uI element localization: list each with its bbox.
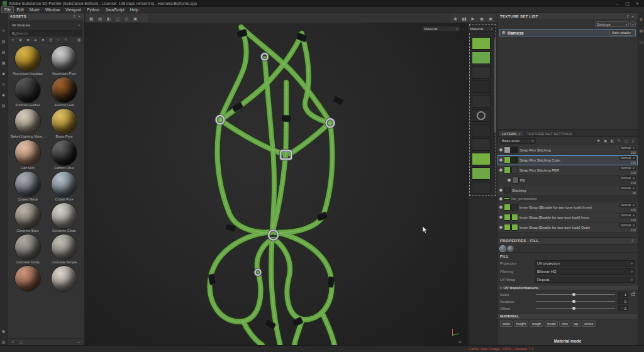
assets-info-icon[interactable]: ▢ (18, 339, 24, 345)
brush-mode-icon[interactable] (508, 246, 513, 251)
layer-visibility-eye-icon[interactable] (499, 197, 502, 201)
slider-track[interactable] (536, 308, 615, 309)
camera-rotate-icon[interactable]: ◎ (123, 14, 130, 22)
channel-thumbnail[interactable] (472, 109, 491, 122)
layer-thumbnail[interactable] (511, 167, 518, 173)
paint-tool-icon[interactable]: ✎ (1, 28, 6, 34)
material-picker-icon[interactable]: ◆ (1, 92, 6, 98)
channel-metal-button[interactable]: metal (545, 321, 558, 327)
projection-tool-icon[interactable]: ▤ (1, 50, 6, 55)
library-dropdown[interactable]: All libraries ▾ (9, 21, 82, 28)
layer-visibility-eye-icon[interactable] (499, 168, 502, 172)
menu-file[interactable]: File (2, 7, 13, 13)
layer-thumbnail[interactable] (504, 197, 510, 200)
material-item[interactable]: Cobalt Pure (47, 172, 82, 202)
channel-thumbnail[interactable] (472, 95, 491, 107)
layer-opacity-value[interactable]: 100 (631, 218, 636, 222)
material-item[interactable]: Calf Skin (10, 140, 45, 170)
add-paint-layer-icon[interactable]: ✎ (616, 138, 622, 144)
filter-brushes-icon[interactable]: ▲ (33, 37, 38, 43)
channel-thumbnail[interactable] (472, 124, 491, 136)
minimize-button[interactable]: – (613, 0, 621, 7)
material-item[interactable] (47, 266, 82, 296)
slider-value[interactable]: 0 (618, 299, 628, 304)
channel-thumbnail[interactable] (472, 167, 491, 180)
panel-a-icon[interactable]: ▤ (638, 28, 644, 34)
tab-layers[interactable]: LAYERS × (499, 131, 523, 136)
layer-row[interactable]: Strap Rim Stitching Normal▾ 100 (497, 145, 638, 155)
layer-row[interactable]: Stitching Normal▾ 26 (497, 185, 638, 195)
layer-thumbnail[interactable] (504, 214, 511, 221)
layer-thumbnail[interactable] (511, 214, 518, 221)
symmetry-icon[interactable]: ◫ (114, 14, 121, 22)
layer-opacity-value[interactable]: 100 (631, 161, 636, 165)
material-section-header[interactable]: MATERIAL (497, 313, 638, 319)
layer-opacity-value[interactable]: 26 (632, 191, 636, 195)
blend-mode-dropdown[interactable]: Normal▾ (619, 156, 636, 160)
slider-handle[interactable] (572, 293, 575, 296)
material-item[interactable]: Concrete Clean (47, 203, 82, 233)
layer-row[interactable]: Inner-Strap [Enable for two-tone look] O… (497, 223, 638, 233)
material-item[interactable]: Baked Lighting Mate... (10, 109, 45, 139)
display-settings-icon[interactable]: ▣ (1, 329, 6, 334)
material-item[interactable]: Brass Pure (47, 109, 82, 139)
layer-thumbnail[interactable] (504, 204, 511, 211)
layer-thumbnail[interactable] (504, 146, 511, 153)
axis-gizmo[interactable]: 2x (445, 326, 460, 341)
channel-filter-dropdown[interactable]: Base color ▾ (499, 138, 536, 144)
add-effect-icon[interactable]: ✚ (596, 138, 601, 144)
channel-thumbnail[interactable] (472, 182, 491, 194)
layer-visibility-eye-icon[interactable] (499, 148, 502, 151)
clone-tool-icon[interactable]: ◎ (1, 82, 6, 87)
channel-op-button[interactable]: op (572, 321, 580, 327)
tab-close-icon[interactable]: × (518, 132, 520, 136)
filter-smart-materials-icon[interactable]: ◆ (25, 37, 31, 43)
layer-thumbnail[interactable] (504, 187, 511, 194)
material-item[interactable]: Aluminium Insulator (10, 46, 45, 76)
blend-mode-dropdown[interactable]: Normal▾ (619, 223, 636, 228)
blend-mode-dropdown[interactable]: Normal▾ (619, 166, 636, 170)
layer-row[interactable]: Inner-Strap ([Enable for two-tone look] … (497, 202, 638, 212)
strip-scrollbar[interactable] (494, 38, 496, 133)
viewport-3d[interactable]: 2x (85, 23, 468, 345)
eraser-tool-icon[interactable]: ▨ (1, 39, 6, 45)
filter-materials-icon[interactable]: ◉ (18, 37, 23, 43)
texture-set-row[interactable]: Harness Main shader (499, 29, 636, 36)
layer-visibility-eye-icon[interactable] (499, 226, 502, 229)
menu-help[interactable]: Help (128, 7, 141, 13)
channel-rough-button[interactable]: rough (530, 321, 543, 327)
lazy-mouse-icon[interactable]: ◌ (140, 14, 148, 22)
panel-b-icon[interactable]: ◫ (638, 40, 644, 45)
layer-thumbnail[interactable] (511, 224, 518, 231)
camera-a-icon[interactable]: ▣ (478, 14, 486, 22)
slider-track[interactable] (536, 294, 615, 295)
import-resources-icon[interactable]: + (76, 339, 82, 345)
layer-thumbnail[interactable] (511, 146, 518, 153)
layer-thumbnail[interactable] (504, 157, 511, 163)
channel-height-button[interactable]: height (514, 321, 528, 327)
channel-thumbnail[interactable] (472, 37, 491, 50)
snap-icon[interactable]: ▣ (131, 14, 139, 22)
tab-texture-set-settings[interactable]: TEXTURE SET SETTINGS (524, 131, 575, 136)
blend-mode-dropdown[interactable]: Normal▾ (619, 186, 636, 190)
menu-python[interactable]: Python (84, 7, 102, 13)
blend-mode-dropdown[interactable]: Normal▾ (619, 203, 636, 207)
search-input[interactable] (16, 31, 80, 35)
channel-thumbnail[interactable] (472, 66, 491, 79)
layer-row[interactable]: Strap Rim Stitching Color Normal▾ 100 (497, 155, 638, 165)
layer-row[interactable]: Inner-Strap [Enable for two-tone look] I… (497, 212, 638, 223)
layer-thumbnail[interactable] (511, 204, 518, 211)
filter-environments-icon[interactable]: ○ (55, 37, 61, 43)
polygon-fill-tool-icon[interactable]: ▦ (1, 60, 6, 66)
channel-thumbnail[interactable] (472, 52, 491, 64)
material-item[interactable]: Concrete Dusty (10, 234, 45, 265)
material-item[interactable]: Carbon Fiber (47, 140, 82, 170)
blend-mode-dropdown[interactable]: Normal▾ (619, 146, 636, 150)
split-view-icon[interactable]: ◧ (105, 14, 113, 22)
layer-row[interactable]: Fill Normal▾ 100 (497, 175, 638, 185)
menu-viewport[interactable]: Viewport (63, 7, 84, 13)
material-item[interactable]: Coated Metal (10, 172, 45, 202)
delete-layer-icon[interactable]: ▯ (630, 138, 636, 144)
channel-thumbnail[interactable] (472, 138, 491, 151)
channel-emiss-button[interactable]: emiss (582, 321, 596, 327)
